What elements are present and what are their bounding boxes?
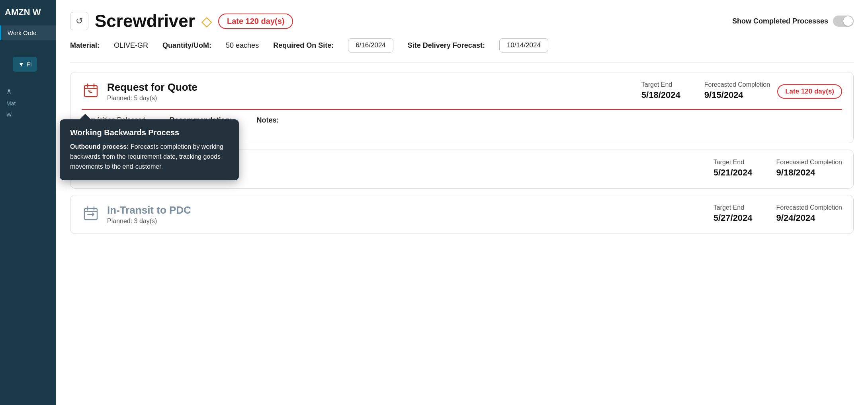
back-button[interactable]: ↺ xyxy=(70,12,88,30)
process-card-transit: In-Transit to PDC Planned: 3 day(s) Targ… xyxy=(70,195,854,234)
rfq-target-end-col: Target End 5/18/2024 xyxy=(641,81,680,100)
quantity-label: Quantity/UoM: xyxy=(162,41,211,50)
material-label: Material: xyxy=(70,41,100,50)
po-dates: Target End 5/21/2024 Forecasted Completi… xyxy=(714,159,842,178)
transit-dates: Target End 5/27/2024 Forecasted Completi… xyxy=(714,204,842,223)
tooltip-arrow xyxy=(80,114,91,119)
po-target-end-value: 5/21/2024 xyxy=(714,167,753,178)
page-title: Screwdriver xyxy=(95,11,195,31)
transit-target-end-col: Target End 5/27/2024 xyxy=(714,204,753,223)
back-icon: ↺ xyxy=(76,16,83,26)
transit-planned: Planned: 3 day(s) xyxy=(107,218,706,225)
collapse-button[interactable]: ∧ xyxy=(0,84,56,98)
po-forecasted-value: 9/18/2024 xyxy=(776,167,842,178)
filter-icon: ▼ xyxy=(18,61,24,68)
rfq-notes-col: Notes: xyxy=(256,116,279,134)
transit-target-end-value: 5/27/2024 xyxy=(714,213,753,223)
po-forecasted-col: Forecasted Completion 9/18/2024 xyxy=(776,159,842,178)
sidebar-wo-label: W xyxy=(0,109,56,120)
rfq-target-end-label: Target End xyxy=(641,81,680,88)
main-content: ↺ Screwdriver ◇ Late 120 day(s) Show Com… xyxy=(56,0,868,405)
rfq-target-end-value: 5/18/2024 xyxy=(641,90,680,100)
rfq-late-badge: Late 120 day(s) xyxy=(777,84,842,99)
show-completed-label: Show Completed Processes xyxy=(732,17,828,25)
rfq-dates: Target End 5/18/2024 Forecasted Completi… xyxy=(641,81,770,100)
metadata-row: Material: OLIVE-GR Quantity/UoM: 50 each… xyxy=(70,38,854,53)
rfq-forecasted-col: Forecasted Completion 9/15/2024 xyxy=(704,81,770,100)
po-forecasted-label: Forecasted Completion xyxy=(776,159,842,166)
filter-button[interactable]: ▼ Fi xyxy=(13,57,37,72)
show-completed-toggle-row: Show Completed Processes xyxy=(732,16,854,27)
rfq-notes-label: Notes: xyxy=(256,116,279,125)
transit-forecasted-label: Forecasted Completion xyxy=(776,204,842,211)
rfq-planned: Planned: 5 day(s) xyxy=(107,95,634,102)
delivery-date: 10/14/2024 xyxy=(499,38,548,53)
tooltip-body-prefix: Outbound process: xyxy=(70,143,129,150)
delivery-label: Site Delivery Forecast: xyxy=(408,41,485,50)
transit-target-end-label: Target End xyxy=(714,204,753,211)
transit-icon xyxy=(82,204,100,222)
required-label: Required On Site: xyxy=(273,41,334,50)
tooltip-body: Outbound process: Forecasts completion b… xyxy=(70,142,229,171)
sidebar: AMZN W Work Orde ▼ Fi ∧ Mat W xyxy=(0,0,56,405)
svg-rect-0 xyxy=(84,86,97,97)
sidebar-brand: AMZN W xyxy=(0,0,56,21)
tooltip-title: Working Backwards Process xyxy=(70,128,229,137)
sidebar-item-work-orders[interactable]: Work Orde xyxy=(0,25,56,40)
process-card-header-rfq: Request for Quote Planned: 5 day(s) Targ… xyxy=(82,81,842,102)
quantity-value: 50 eaches xyxy=(226,41,259,50)
rfq-forecasted-value: 9/15/2024 xyxy=(704,90,770,100)
transit-name: In-Transit to PDC xyxy=(107,204,706,216)
warning-icon: ◇ xyxy=(201,13,212,29)
process-card-header-transit: In-Transit to PDC Planned: 3 day(s) Targ… xyxy=(82,204,842,225)
rfq-name: Request for Quote xyxy=(107,81,634,93)
po-target-end-col: Target End 5/21/2024 xyxy=(714,159,753,178)
transit-forecasted-value: 9/24/2024 xyxy=(776,213,842,223)
header-row: ↺ Screwdriver ◇ Late 120 day(s) Show Com… xyxy=(70,11,854,31)
required-date: 6/16/2024 xyxy=(348,38,393,53)
show-completed-toggle[interactable] xyxy=(833,16,854,27)
header-divider xyxy=(70,62,854,62)
rfq-forecasted-label: Forecasted Completion xyxy=(704,81,770,88)
toggle-knob xyxy=(843,16,853,26)
po-target-end-label: Target End xyxy=(714,159,753,166)
transit-main: In-Transit to PDC Planned: 3 day(s) xyxy=(107,204,706,225)
late-badge-header: Late 120 day(s) xyxy=(218,14,293,29)
transit-forecasted-col: Forecasted Completion 9/24/2024 xyxy=(776,204,842,223)
rfq-divider xyxy=(82,109,842,110)
rfq-icon xyxy=(82,81,100,99)
rfq-main: Request for Quote Planned: 5 day(s) xyxy=(107,81,634,102)
tooltip-overlay: Working Backwards Process Outbound proce… xyxy=(60,119,239,180)
sidebar-mat-label: Mat xyxy=(0,98,56,109)
material-value: OLIVE-GR xyxy=(114,41,148,50)
